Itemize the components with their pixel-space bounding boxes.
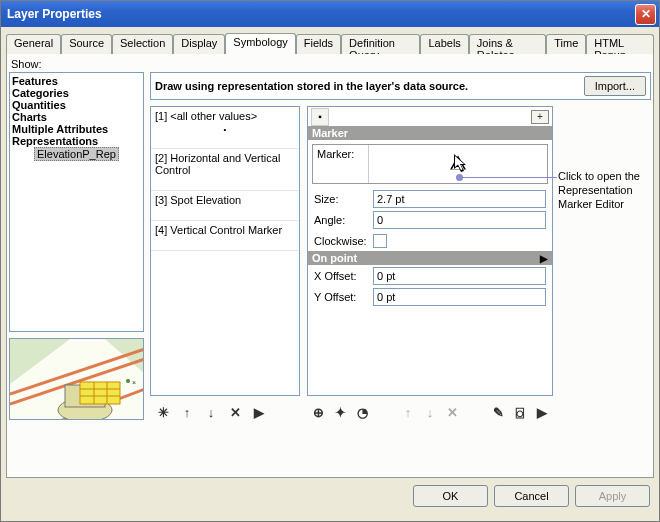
angle-input[interactable]: 0 bbox=[373, 211, 546, 229]
x-offset-input[interactable]: 0 pt bbox=[373, 267, 546, 285]
marker-label: Marker: bbox=[317, 148, 354, 160]
marker-section-header: Marker bbox=[308, 126, 552, 140]
annotation-text: Click to open the Representation Marker … bbox=[558, 170, 646, 211]
instruction-text: Draw using representation stored in the … bbox=[155, 80, 468, 92]
symbol-entry-1[interactable]: [1] <all other values>• bbox=[151, 107, 299, 149]
symbol-list[interactable]: [1] <all other values>• [2] Horizontal a… bbox=[150, 106, 300, 396]
symbol-entry-4-label: [4] Vertical Control Marker bbox=[155, 224, 282, 236]
symbol-entry-3[interactable]: [3] Spot Elevation bbox=[151, 191, 299, 221]
angle-label: Angle: bbox=[308, 214, 373, 226]
close-icon[interactable]: ✕ bbox=[635, 4, 656, 25]
onpoint-section-header: On point ▶ bbox=[308, 251, 552, 265]
svg-point-13 bbox=[126, 379, 130, 383]
eraser-icon[interactable]: ✎ bbox=[489, 404, 507, 422]
options-icon[interactable]: ▶ bbox=[250, 404, 268, 422]
symbol-toolbar: ✳ ↑ ↓ ✕ ▶ bbox=[150, 402, 300, 423]
layer-delete-icon[interactable]: ✕ bbox=[443, 404, 461, 422]
tree-categories[interactable]: Categories bbox=[12, 87, 141, 99]
onpoint-menu-icon[interactable]: ▶ bbox=[540, 253, 548, 264]
show-tree[interactable]: Features Categories Quantities Charts Mu… bbox=[9, 72, 144, 332]
svg-rect-8 bbox=[80, 382, 120, 404]
layer-type-icon[interactable]: ▪ bbox=[311, 108, 329, 126]
tree-quantities[interactable]: Quantities bbox=[12, 99, 141, 111]
size-input[interactable]: 2.7 pt bbox=[373, 190, 546, 208]
properties-toolbar: ⊕ ✦ ◔ ↑ ↓ ✕ ✎ ⌼ ▶ bbox=[307, 402, 553, 423]
titlebar: Layer Properties ✕ bbox=[1, 1, 659, 27]
move-up-icon[interactable]: ↑ bbox=[178, 404, 196, 422]
symbol-entry-2-label: [2] Horizontal and Vertical Control bbox=[155, 152, 280, 176]
tree-representations[interactable]: Representations bbox=[12, 135, 141, 147]
layer-thumbnail: × bbox=[9, 338, 144, 420]
y-offset-input[interactable]: 0 pt bbox=[373, 288, 546, 306]
symbol-entry-3-label: [3] Spot Elevation bbox=[155, 194, 241, 206]
y-offset-label: Y Offset: bbox=[308, 291, 373, 303]
layer-up-icon[interactable]: ↑ bbox=[399, 404, 417, 422]
tree-child[interactable]: ElevationP_Rep bbox=[34, 147, 141, 161]
cylinder-icon[interactable]: ⌼ bbox=[511, 404, 529, 422]
layer-down-icon[interactable]: ↓ bbox=[421, 404, 439, 422]
size-label: Size: bbox=[308, 193, 373, 205]
add-unit-icon[interactable]: ⊕ bbox=[309, 404, 327, 422]
move-down-icon[interactable]: ↓ bbox=[202, 404, 220, 422]
svg-text:×: × bbox=[132, 379, 136, 386]
clockwise-label: Clockwise: bbox=[308, 235, 373, 247]
symbol-entry-1-label: [1] <all other values> bbox=[155, 110, 257, 122]
marker-preview-box: Marker: bbox=[312, 144, 548, 184]
delete-rule-icon[interactable]: ✕ bbox=[226, 404, 244, 422]
cancel-button[interactable]: Cancel bbox=[494, 485, 569, 507]
symbol-entry-2[interactable]: [2] Horizontal and Vertical Control bbox=[151, 149, 299, 191]
annotation-line bbox=[460, 177, 557, 178]
ok-button[interactable]: OK bbox=[413, 485, 488, 507]
add-layer-icon[interactable]: + bbox=[531, 110, 549, 124]
window-title: Layer Properties bbox=[7, 7, 102, 21]
tree-child-label: ElevationP_Rep bbox=[34, 147, 119, 161]
clockwise-checkbox[interactable] bbox=[373, 234, 387, 248]
new-rule-icon[interactable]: ✳ bbox=[154, 404, 172, 422]
instruction-bar: Draw using representation stored in the … bbox=[150, 72, 651, 100]
tree-multiple-attributes[interactable]: Multiple Attributes bbox=[12, 123, 141, 135]
symbol-entry-4[interactable]: [4] Vertical Control Marker bbox=[151, 221, 299, 251]
tree-charts[interactable]: Charts bbox=[12, 111, 141, 123]
effects-icon[interactable]: ◔ bbox=[353, 404, 371, 422]
run-icon[interactable]: ▶ bbox=[533, 404, 551, 422]
add-effect-icon[interactable]: ✦ bbox=[331, 404, 349, 422]
tree-features[interactable]: Features bbox=[12, 75, 141, 87]
apply-button[interactable]: Apply bbox=[575, 485, 650, 507]
x-offset-label: X Offset: bbox=[308, 270, 373, 282]
show-label: Show: bbox=[11, 58, 42, 70]
properties-pane: ▪ + Marker Marker: Size:2.7 pt Angle:0 C bbox=[307, 106, 553, 396]
import-button[interactable]: Import... bbox=[584, 76, 646, 96]
